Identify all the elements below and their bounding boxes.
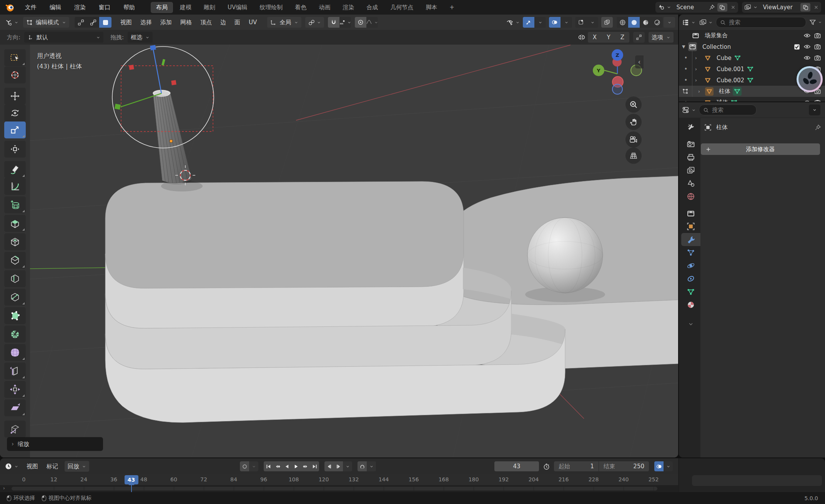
orientation-dropdown[interactable]: 全局 xyxy=(267,17,301,28)
direction-dropdown[interactable]: 默认 xyxy=(24,32,103,43)
snap-toggle[interactable] xyxy=(328,17,339,28)
unlink-scene-icon[interactable] xyxy=(730,5,736,10)
properties-tab-object[interactable] xyxy=(681,220,700,233)
properties-tab-output[interactable] xyxy=(681,151,700,164)
tool-shrink-fatten[interactable] xyxy=(4,381,26,398)
auto-keying-dropdown[interactable] xyxy=(367,461,376,471)
properties-tab-modifiers[interactable] xyxy=(681,233,700,246)
current-frame-field[interactable]: 43 xyxy=(494,461,539,471)
overlays-dropdown[interactable] xyxy=(561,17,572,28)
chevron-right-icon[interactable]: › xyxy=(690,55,702,61)
properties-search-input[interactable]: 搜索 xyxy=(699,105,757,115)
properties-tab-collection[interactable] xyxy=(681,207,700,220)
menu-4[interactable]: 帮助 xyxy=(117,4,141,11)
disable-render-icon[interactable] xyxy=(814,32,821,39)
workspace-tab-6[interactable]: 动画 xyxy=(313,2,336,13)
play-button[interactable] xyxy=(291,461,301,471)
zoom-button[interactable] xyxy=(625,96,642,113)
shading-wireframe-button[interactable] xyxy=(617,17,628,28)
shading-rendered-button[interactable] xyxy=(651,17,663,28)
pan-button[interactable] xyxy=(625,114,642,130)
workspace-tab-0[interactable]: 布局 xyxy=(151,2,173,13)
xray-toggle[interactable] xyxy=(575,17,587,28)
tool-cursor[interactable] xyxy=(4,67,26,83)
tool-scale[interactable] xyxy=(4,121,26,138)
properties-tab-view-layer[interactable] xyxy=(681,164,700,177)
snap-to-dropdown[interactable] xyxy=(339,17,351,28)
vertex-select-toggle[interactable] xyxy=(75,17,87,28)
menu-2[interactable]: 渲染 xyxy=(68,4,92,11)
menu-1[interactable]: 编辑 xyxy=(43,4,68,11)
auto-keying-toggle[interactable] xyxy=(358,461,367,471)
hide-eye-icon[interactable] xyxy=(803,99,811,101)
workspace-tab-4[interactable]: 纹理绘制 xyxy=(254,2,288,13)
session-badge[interactable] xyxy=(797,66,823,92)
mirror-z-toggle[interactable]: Z xyxy=(615,32,629,43)
options-dropdown[interactable]: 选项 xyxy=(649,32,674,43)
step-forward-button[interactable] xyxy=(334,461,343,471)
tool-transform[interactable] xyxy=(4,141,26,158)
overlays-toggle[interactable] xyxy=(549,17,561,28)
properties-tab-physics[interactable] xyxy=(681,259,700,272)
properties-tab-world[interactable] xyxy=(681,190,700,203)
exclude-checkbox[interactable] xyxy=(793,43,800,50)
tool-edge-slide[interactable] xyxy=(4,363,26,379)
playback-menu[interactable]: 回放 xyxy=(65,461,89,472)
keying-dropdown[interactable] xyxy=(249,461,258,471)
tool-spin[interactable] xyxy=(4,326,26,343)
tool-poly-build[interactable] xyxy=(4,307,26,324)
scene-name[interactable]: Scene xyxy=(671,4,709,11)
chevron-down-icon[interactable]: ▼ xyxy=(682,44,688,49)
proportional-edit-toggle[interactable] xyxy=(355,17,366,28)
outliner-row-球体[interactable]: •›球体 xyxy=(679,97,825,101)
nav-gizmo[interactable]: Z Y xyxy=(593,49,642,94)
workspace-tab-9[interactable]: 几何节点 xyxy=(385,2,419,13)
gizmos-dropdown[interactable] xyxy=(534,17,546,28)
viewlayer-name[interactable]: ViewLayer xyxy=(758,4,798,11)
viewport-menu-3[interactable]: 网格 xyxy=(176,19,196,26)
filter-dropdown[interactable] xyxy=(809,19,822,26)
viewport-menu-2[interactable]: 添加 xyxy=(156,19,176,26)
sidebar-collapse-tab[interactable]: ‹ xyxy=(635,55,644,68)
viewport-canvas[interactable]: Z Y 用户透视 (43) 柱体 | 柱体 ‹ › 缩放 xyxy=(0,45,678,457)
chevron-right-icon[interactable]: › xyxy=(693,89,705,94)
timeline-overlay-toggle[interactable] xyxy=(654,461,664,471)
playhead[interactable]: 43 xyxy=(125,475,138,484)
hide-eye-icon[interactable] xyxy=(803,54,811,62)
tool-move[interactable] xyxy=(4,88,26,105)
menu-3[interactable]: 窗口 xyxy=(92,4,117,11)
viewport-menu-7[interactable]: UV xyxy=(245,19,261,26)
timeline-menu-marker[interactable]: 标记 xyxy=(42,463,62,470)
xray-dropdown[interactable] xyxy=(587,17,598,28)
shading-dropdown[interactable] xyxy=(664,17,675,28)
prev-keyframe-button[interactable] xyxy=(273,461,282,471)
properties-tab-particles[interactable] xyxy=(681,246,700,259)
mode-dropdown[interactable]: 编辑模式 xyxy=(23,17,69,28)
hide-eye-icon[interactable] xyxy=(803,43,811,50)
chevron-right-icon[interactable]: › xyxy=(690,78,702,83)
viewport-menu-1[interactable]: 选择 xyxy=(136,19,156,26)
tool-bevel[interactable] xyxy=(4,252,26,269)
scene-selector[interactable]: Scene xyxy=(655,2,738,13)
operator-panel[interactable]: › 缩放 xyxy=(7,437,103,451)
tool-add-primitive[interactable] xyxy=(4,196,26,213)
edge-select-toggle[interactable] xyxy=(87,17,99,28)
shading-material-button[interactable] xyxy=(640,17,651,28)
next-keyframe-button[interactable] xyxy=(301,461,310,471)
mirror-x-toggle[interactable]: X xyxy=(588,32,602,43)
workspace-tab-11[interactable]: + xyxy=(444,2,460,13)
outliner-search-input[interactable]: 搜索 xyxy=(716,17,806,28)
viewport-menu-0[interactable]: 视图 xyxy=(116,19,136,26)
workspace-tab-2[interactable]: 雕刻 xyxy=(198,2,221,13)
editor-type-button[interactable] xyxy=(5,18,18,26)
workspace-tab-3[interactable]: UV编辑 xyxy=(222,2,253,13)
pivot-point-dropdown[interactable] xyxy=(305,17,324,28)
shading-solid-button[interactable] xyxy=(628,17,640,28)
jump-to-start-button[interactable] xyxy=(264,461,273,471)
properties-tab-tool[interactable] xyxy=(681,121,700,134)
pin-icon[interactable] xyxy=(709,4,715,10)
tool-knife[interactable] xyxy=(4,289,26,306)
disable-render-icon[interactable] xyxy=(814,43,821,50)
play-reverse-button[interactable] xyxy=(282,461,291,471)
render-passes-button[interactable] xyxy=(601,17,613,28)
